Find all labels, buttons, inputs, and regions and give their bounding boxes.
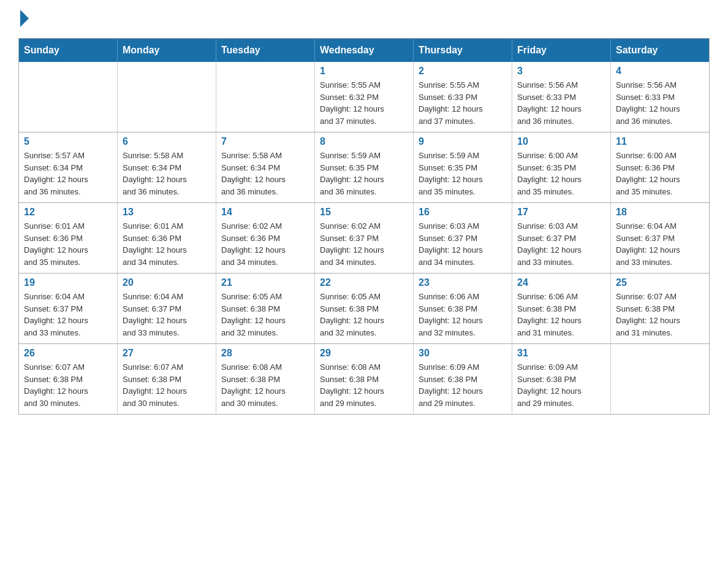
calendar-cell: 21Sunrise: 6:05 AM Sunset: 6:38 PM Dayli… <box>216 274 315 344</box>
weekday-header-thursday: Thursday <box>414 39 512 63</box>
day-info: Sunrise: 6:09 AM Sunset: 6:38 PM Dayligh… <box>517 361 605 409</box>
day-number: 16 <box>419 207 507 218</box>
day-number: 27 <box>123 348 211 359</box>
calendar-table: SundayMondayTuesdayWednesdayThursdayFrid… <box>18 38 710 415</box>
day-number: 30 <box>419 348 507 359</box>
day-number: 4 <box>616 66 704 77</box>
day-number: 25 <box>616 277 704 288</box>
calendar-cell: 5Sunrise: 5:57 AM Sunset: 6:34 PM Daylig… <box>19 132 118 203</box>
day-number: 21 <box>221 277 309 288</box>
calendar-cell: 31Sunrise: 6:09 AM Sunset: 6:38 PM Dayli… <box>512 344 611 415</box>
day-info: Sunrise: 5:58 AM Sunset: 6:34 PM Dayligh… <box>123 150 211 197</box>
day-number: 14 <box>221 207 309 218</box>
weekday-header-saturday: Saturday <box>611 39 710 63</box>
day-info: Sunrise: 5:57 AM Sunset: 6:34 PM Dayligh… <box>24 150 112 197</box>
calendar-cell: 28Sunrise: 6:08 AM Sunset: 6:38 PM Dayli… <box>216 344 315 415</box>
calendar-cell: 20Sunrise: 6:04 AM Sunset: 6:37 PM Dayli… <box>118 274 216 344</box>
day-info: Sunrise: 5:56 AM Sunset: 6:33 PM Dayligh… <box>616 79 704 127</box>
day-number: 23 <box>419 277 507 288</box>
day-number: 24 <box>517 277 605 288</box>
day-info: Sunrise: 6:03 AM Sunset: 6:37 PM Dayligh… <box>419 220 507 268</box>
calendar-cell: 3Sunrise: 5:56 AM Sunset: 6:33 PM Daylig… <box>512 62 611 132</box>
calendar-cell <box>216 62 315 132</box>
day-info: Sunrise: 6:04 AM Sunset: 6:37 PM Dayligh… <box>123 291 211 339</box>
weekday-header-monday: Monday <box>118 39 216 63</box>
day-info: Sunrise: 6:00 AM Sunset: 6:35 PM Dayligh… <box>517 150 605 197</box>
day-number: 3 <box>517 66 605 77</box>
day-number: 17 <box>517 207 605 218</box>
calendar-cell: 26Sunrise: 6:07 AM Sunset: 6:38 PM Dayli… <box>19 344 118 415</box>
day-number: 20 <box>123 277 211 288</box>
day-info: Sunrise: 5:59 AM Sunset: 6:35 PM Dayligh… <box>419 150 507 197</box>
logo-arrow-icon <box>20 10 29 27</box>
day-info: Sunrise: 6:07 AM Sunset: 6:38 PM Dayligh… <box>123 361 211 409</box>
day-number: 7 <box>221 136 309 147</box>
calendar-cell: 4Sunrise: 5:56 AM Sunset: 6:33 PM Daylig… <box>611 62 710 132</box>
day-number: 8 <box>320 136 408 147</box>
calendar-cell: 17Sunrise: 6:03 AM Sunset: 6:37 PM Dayli… <box>512 203 611 274</box>
day-number: 9 <box>419 136 507 147</box>
day-info: Sunrise: 6:02 AM Sunset: 6:36 PM Dayligh… <box>221 220 309 268</box>
calendar-cell: 10Sunrise: 6:00 AM Sunset: 6:35 PM Dayli… <box>512 132 611 203</box>
calendar-cell: 29Sunrise: 6:08 AM Sunset: 6:38 PM Dayli… <box>315 344 414 415</box>
day-info: Sunrise: 6:08 AM Sunset: 6:38 PM Dayligh… <box>320 361 408 409</box>
day-number: 6 <box>123 136 211 147</box>
day-number: 28 <box>221 348 309 359</box>
day-info: Sunrise: 6:08 AM Sunset: 6:38 PM Dayligh… <box>221 361 309 409</box>
calendar-cell: 11Sunrise: 6:00 AM Sunset: 6:36 PM Dayli… <box>611 132 710 203</box>
day-number: 29 <box>320 348 408 359</box>
logo <box>18 12 29 26</box>
day-info: Sunrise: 6:05 AM Sunset: 6:38 PM Dayligh… <box>320 291 408 339</box>
day-number: 26 <box>24 348 112 359</box>
day-info: Sunrise: 5:58 AM Sunset: 6:34 PM Dayligh… <box>221 150 309 197</box>
day-number: 1 <box>320 66 408 77</box>
calendar-cell: 14Sunrise: 6:02 AM Sunset: 6:36 PM Dayli… <box>216 203 315 274</box>
day-number: 12 <box>24 207 112 218</box>
calendar-cell: 12Sunrise: 6:01 AM Sunset: 6:36 PM Dayli… <box>19 203 118 274</box>
day-number: 10 <box>517 136 605 147</box>
day-number: 22 <box>320 277 408 288</box>
day-number: 11 <box>616 136 704 147</box>
day-info: Sunrise: 6:06 AM Sunset: 6:38 PM Dayligh… <box>419 291 507 339</box>
calendar-cell: 22Sunrise: 6:05 AM Sunset: 6:38 PM Dayli… <box>315 274 414 344</box>
day-info: Sunrise: 6:09 AM Sunset: 6:38 PM Dayligh… <box>419 361 507 409</box>
week-row-3: 12Sunrise: 6:01 AM Sunset: 6:36 PM Dayli… <box>19 203 710 274</box>
calendar-cell: 27Sunrise: 6:07 AM Sunset: 6:38 PM Dayli… <box>118 344 216 415</box>
week-row-2: 5Sunrise: 5:57 AM Sunset: 6:34 PM Daylig… <box>19 132 710 203</box>
week-row-5: 26Sunrise: 6:07 AM Sunset: 6:38 PM Dayli… <box>19 344 710 415</box>
weekday-header-tuesday: Tuesday <box>216 39 315 63</box>
day-info: Sunrise: 6:02 AM Sunset: 6:37 PM Dayligh… <box>320 220 408 268</box>
day-number: 13 <box>123 207 211 218</box>
weekday-header-row: SundayMondayTuesdayWednesdayThursdayFrid… <box>19 39 710 63</box>
day-number: 19 <box>24 277 112 288</box>
weekday-header-sunday: Sunday <box>19 39 118 63</box>
calendar-cell: 18Sunrise: 6:04 AM Sunset: 6:37 PM Dayli… <box>611 203 710 274</box>
day-info: Sunrise: 6:01 AM Sunset: 6:36 PM Dayligh… <box>123 220 211 268</box>
day-info: Sunrise: 6:04 AM Sunset: 6:37 PM Dayligh… <box>24 291 112 339</box>
day-number: 5 <box>24 136 112 147</box>
day-number: 15 <box>320 207 408 218</box>
page-header <box>18 12 710 26</box>
day-number: 18 <box>616 207 704 218</box>
day-number: 31 <box>517 348 605 359</box>
calendar-cell: 7Sunrise: 5:58 AM Sunset: 6:34 PM Daylig… <box>216 132 315 203</box>
day-info: Sunrise: 6:06 AM Sunset: 6:38 PM Dayligh… <box>517 291 605 339</box>
day-info: Sunrise: 6:00 AM Sunset: 6:36 PM Dayligh… <box>616 150 704 197</box>
day-number: 2 <box>419 66 507 77</box>
calendar-cell: 13Sunrise: 6:01 AM Sunset: 6:36 PM Dayli… <box>118 203 216 274</box>
weekday-header-friday: Friday <box>512 39 611 63</box>
day-info: Sunrise: 5:59 AM Sunset: 6:35 PM Dayligh… <box>320 150 408 197</box>
day-info: Sunrise: 6:03 AM Sunset: 6:37 PM Dayligh… <box>517 220 605 268</box>
day-info: Sunrise: 6:07 AM Sunset: 6:38 PM Dayligh… <box>616 291 704 339</box>
calendar-cell: 2Sunrise: 5:55 AM Sunset: 6:33 PM Daylig… <box>414 62 512 132</box>
day-info: Sunrise: 5:56 AM Sunset: 6:33 PM Dayligh… <box>517 79 605 127</box>
day-info: Sunrise: 6:04 AM Sunset: 6:37 PM Dayligh… <box>616 220 704 268</box>
day-info: Sunrise: 5:55 AM Sunset: 6:32 PM Dayligh… <box>320 79 408 127</box>
calendar-cell: 16Sunrise: 6:03 AM Sunset: 6:37 PM Dayli… <box>414 203 512 274</box>
day-info: Sunrise: 6:07 AM Sunset: 6:38 PM Dayligh… <box>24 361 112 409</box>
calendar-cell <box>19 62 118 132</box>
calendar-cell: 8Sunrise: 5:59 AM Sunset: 6:35 PM Daylig… <box>315 132 414 203</box>
calendar-cell: 25Sunrise: 6:07 AM Sunset: 6:38 PM Dayli… <box>611 274 710 344</box>
day-info: Sunrise: 6:05 AM Sunset: 6:38 PM Dayligh… <box>221 291 309 339</box>
calendar-cell <box>611 344 710 415</box>
